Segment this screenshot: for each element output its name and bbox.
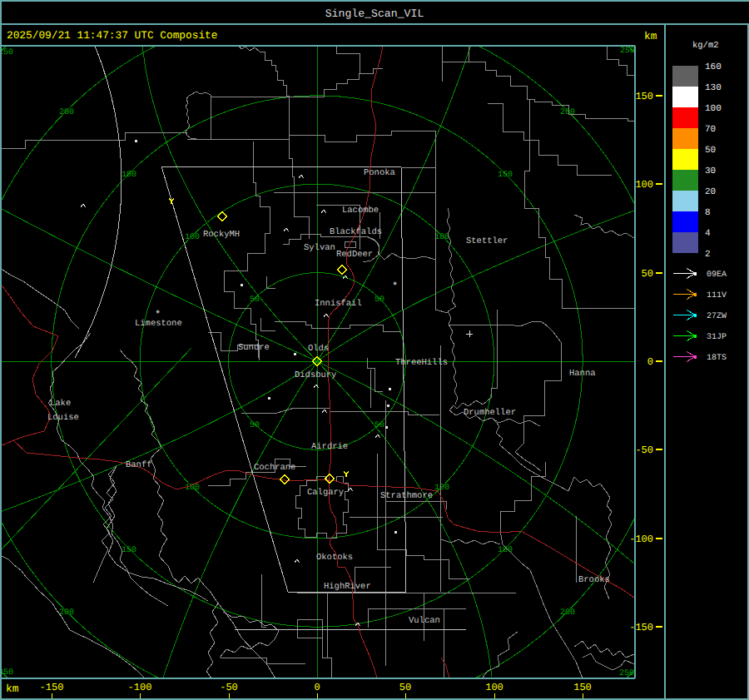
svg-text:Hanna: Hanna — [569, 369, 596, 379]
svg-text:Strathmore: Strathmore — [380, 491, 433, 501]
svg-text:Cochrane: Cochrane — [254, 463, 295, 473]
svg-text:Lake: Lake — [50, 399, 71, 409]
svg-text:-50: -50 — [635, 444, 653, 456]
svg-text:250: 250 — [0, 668, 13, 678]
svg-text:-150: -150 — [629, 622, 653, 633]
svg-text:Airdrie: Airdrie — [311, 442, 348, 452]
svg-text:km: km — [6, 683, 19, 695]
svg-text:200: 200 — [560, 608, 575, 618]
svg-text:111V: 111V — [707, 291, 727, 300]
svg-text:Drumheller: Drumheller — [464, 408, 516, 418]
svg-text:20: 20 — [705, 187, 716, 197]
svg-text:HighRiver: HighRiver — [324, 582, 371, 592]
svg-text:130: 130 — [705, 83, 722, 93]
svg-text:Banff: Banff — [126, 460, 152, 470]
svg-text:8: 8 — [705, 208, 711, 218]
svg-text:Lacombe: Lacombe — [342, 206, 379, 216]
svg-text:27ZW: 27ZW — [707, 312, 727, 321]
svg-text:18TS: 18TS — [707, 354, 727, 363]
svg-text:50: 50 — [374, 421, 384, 430]
svg-text:2: 2 — [705, 250, 711, 260]
svg-text:2025/09/21 11:47:37 UTC Compos: 2025/09/21 11:47:37 UTC Composite — [7, 29, 217, 42]
svg-text:-100: -100 — [128, 682, 152, 693]
svg-text:100: 100 — [705, 104, 722, 114]
svg-text:Ponoka: Ponoka — [364, 168, 395, 178]
svg-text:-100: -100 — [629, 534, 653, 545]
svg-text:-50: -50 — [220, 682, 238, 693]
svg-text:70: 70 — [705, 125, 716, 135]
svg-text:100: 100 — [434, 484, 449, 493]
svg-text:Calgary: Calgary — [307, 488, 344, 498]
svg-text:50: 50 — [250, 295, 260, 305]
svg-text:ThreeHills: ThreeHills — [395, 358, 448, 368]
svg-text:Sundre: Sundre — [238, 343, 270, 353]
svg-text:Stettler: Stettler — [466, 236, 508, 246]
svg-text:Didsbury: Didsbury — [295, 370, 336, 380]
svg-text:Blackfalds: Blackfalds — [330, 227, 382, 237]
svg-text:kg/m2: kg/m2 — [692, 41, 719, 51]
svg-text:250: 250 — [0, 48, 13, 57]
svg-text:Sylvan: Sylvan — [304, 243, 335, 253]
svg-text:100: 100 — [635, 179, 653, 191]
svg-text:150: 150 — [122, 171, 136, 180]
svg-text:200: 200 — [59, 108, 74, 117]
svg-text:50: 50 — [705, 146, 716, 156]
svg-text:RedDeer: RedDeer — [336, 250, 373, 260]
svg-text:Louise: Louise — [47, 413, 79, 423]
svg-text:4: 4 — [705, 229, 711, 239]
svg-text:Okotoks: Okotoks — [316, 553, 353, 563]
svg-text:Olds: Olds — [308, 344, 329, 354]
svg-text:160: 160 — [705, 62, 722, 72]
svg-text:km: km — [644, 30, 657, 42]
svg-text:250: 250 — [619, 669, 634, 678]
svg-text:Single_Scan_VIL: Single_Scan_VIL — [325, 7, 424, 20]
svg-text:100: 100 — [434, 233, 449, 242]
svg-text:50: 50 — [250, 421, 260, 430]
svg-text:50: 50 — [642, 268, 653, 280]
svg-text:0: 0 — [647, 356, 653, 368]
svg-text:*: * — [155, 309, 161, 320]
svg-text:31JP: 31JP — [707, 333, 727, 342]
svg-text:150: 150 — [573, 682, 592, 693]
svg-text:150: 150 — [498, 171, 513, 180]
svg-text:150: 150 — [635, 91, 653, 102]
svg-text:250: 250 — [620, 47, 635, 56]
svg-text:09EA: 09EA — [707, 271, 727, 280]
svg-text:100: 100 — [185, 233, 200, 242]
svg-text:Brooks: Brooks — [578, 575, 610, 585]
svg-text:Vulcan: Vulcan — [409, 616, 440, 626]
svg-text:100: 100 — [485, 682, 503, 693]
svg-text:*: * — [392, 280, 398, 292]
svg-text:50: 50 — [399, 682, 411, 693]
svg-text:Innisfail: Innisfail — [315, 299, 362, 309]
svg-text:200: 200 — [560, 108, 575, 117]
svg-text:150: 150 — [122, 546, 136, 555]
svg-text:50: 50 — [374, 295, 384, 305]
svg-text:0: 0 — [314, 682, 320, 693]
svg-text:RockyMH: RockyMH — [203, 230, 240, 240]
svg-text:-150: -150 — [40, 682, 64, 693]
svg-text:30: 30 — [705, 166, 716, 176]
